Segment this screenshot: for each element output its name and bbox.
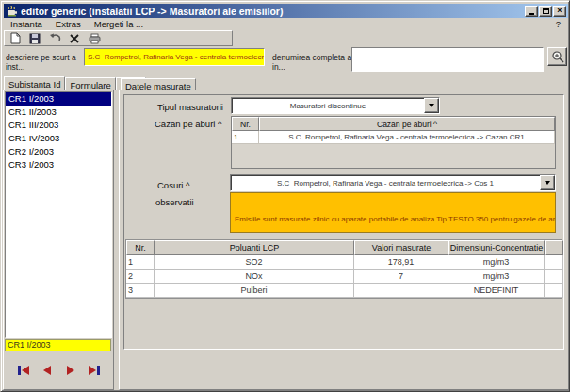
undo-icon (49, 33, 61, 43)
last-record-icon (88, 365, 101, 376)
chevron-down-icon (429, 104, 434, 107)
cell-poluant: NOx (155, 270, 354, 284)
first-record-icon (17, 365, 30, 376)
cell-nr: 2 (126, 270, 155, 284)
last-record-button[interactable] (86, 363, 103, 378)
table-row[interactable]: 2 NOx 7 mg/m3 (126, 270, 562, 284)
boiler-row-nr: 1 (232, 131, 259, 144)
observations-textarea[interactable]: Emisiile sunt masurate zilnic cu aparate… (230, 192, 556, 233)
next-record-button[interactable] (62, 363, 79, 378)
previous-record-icon (42, 365, 52, 376)
table-row[interactable]: 1 S.C Rompetrol, Rafinaria Vega - centra… (232, 131, 555, 144)
short-description-label: descriere pe scurt a inst... (6, 53, 85, 72)
list-item[interactable]: CR3 I/2003 (6, 158, 111, 172)
first-record-button[interactable] (15, 363, 32, 378)
cell-extra (545, 284, 563, 298)
boiler-label: Cazan pe aburi ^ (155, 119, 222, 129)
magnifier-icon (551, 50, 564, 63)
boiler-table: Nr. Cazan pe aburi ^ 1 S.C Rompetrol, Ra… (231, 116, 556, 169)
measurement-type-label: Tipul masuratorii (157, 102, 223, 112)
help-button[interactable]: ? (548, 19, 568, 29)
menu-bar: Instanta Extras Mergeti la ... ? (4, 18, 568, 30)
table-row[interactable]: 1 SO2 178,91 mg/m3 (126, 255, 562, 270)
current-record-field[interactable]: CR1 I/2003 (5, 339, 111, 351)
col-dimensiuni: Dimensiuni-Concentratie (448, 240, 545, 255)
stacks-select[interactable]: S.C Rompetrol, Rafinaria Vega - centrala… (230, 174, 556, 191)
menu-extras[interactable]: Extras (49, 19, 88, 29)
tab-subistanta-id[interactable]: Subistanta Id (4, 76, 65, 90)
observations-line1: Emisiile sunt masurate zilnic cu aparate… (235, 215, 555, 224)
undo-button[interactable] (47, 32, 62, 44)
print-button[interactable] (87, 32, 102, 44)
cell-extra (545, 255, 563, 270)
previous-record-button[interactable] (39, 363, 56, 378)
cell-valoare: 178,91 (354, 255, 448, 270)
cell-poluant: SO2 (155, 255, 354, 270)
pollutants-table: Nr. Poluanti LCP Valori masurate Dimensi… (125, 239, 562, 299)
measurement-type-value: Masuratori discontinue (232, 98, 424, 113)
table-row[interactable]: 3 Pulberi NEDEFINIT (126, 284, 562, 298)
zoom-lookup-button[interactable] (547, 47, 567, 66)
menu-mergeti-la[interactable]: Mergeti la ... (88, 19, 150, 29)
title-bar: editor generic (instalatii LCP -> Masura… (4, 4, 568, 18)
list-item[interactable]: CR1 I/2003 (6, 92, 111, 106)
col-extra (545, 240, 563, 255)
cell-poluant: Pulberi (155, 284, 354, 298)
save-icon (29, 33, 41, 44)
col-poluanti: Poluanti LCP (155, 240, 354, 255)
list-item[interactable]: CR1 III/2003 (6, 119, 111, 132)
delete-button[interactable] (67, 32, 82, 44)
minimize-button[interactable] (525, 6, 538, 17)
stacks-value: S.C Rompetrol, Rafinaria Vega - centrala… (231, 175, 540, 190)
measurement-type-select[interactable]: Masuratori discontinue (231, 97, 440, 114)
toolbar (4, 30, 233, 46)
save-button[interactable] (27, 32, 42, 44)
next-record-icon (66, 365, 75, 376)
cell-dimensiune: NEDEFINIT (448, 284, 545, 298)
observations-label: observatii (155, 197, 194, 207)
list-item[interactable]: CR1 IV/2003 (6, 132, 111, 145)
col-valori: Valori masurate (354, 240, 448, 255)
record-navigation (4, 358, 113, 383)
boiler-header-name: Cazan pe aburi ^ (259, 117, 555, 131)
form-panel: Tipul masuratorii Masuratori discontinue… (123, 94, 564, 350)
cell-valoare: 7 (354, 270, 448, 284)
cell-nr: 1 (126, 255, 155, 270)
new-document-icon (10, 32, 21, 44)
printer-icon (89, 33, 101, 44)
cell-dimensiune: mg/m3 (448, 255, 545, 270)
tab-formulare[interactable]: Formulare (65, 77, 115, 90)
dropdown-arrow-button[interactable] (540, 175, 555, 190)
new-document-button[interactable] (8, 32, 23, 44)
col-nr: Nr. (126, 240, 155, 255)
app-window: editor generic (instalatii LCP -> Masura… (0, 0, 570, 392)
close-button[interactable]: × (553, 6, 566, 17)
boiler-header-nr: Nr. (232, 117, 259, 131)
menu-instanta[interactable]: Instanta (4, 19, 49, 29)
full-name-line1: S.C Rompetrol S.A Bucuresti (355, 71, 543, 72)
list-item[interactable]: CR1 II/2003 (6, 106, 111, 119)
pollutants-table-header: Nr. Poluanti LCP Valori masurate Dimensi… (126, 240, 562, 255)
maximize-button[interactable] (539, 6, 552, 17)
full-name-field[interactable]: S.C Rompetrol S.A Bucuresti Rafinaria Ve… (351, 47, 544, 72)
substance-list[interactable]: CR1 I/2003 CR1 II/2003 CR1 III/2003 CR1 … (5, 91, 112, 338)
cell-dimensiune: mg/m3 (448, 270, 545, 284)
window-title: editor generic (instalatii LCP -> Masura… (21, 6, 521, 17)
app-icon (6, 5, 18, 17)
stacks-label: Cosuri ^ (157, 180, 190, 190)
cell-extra (545, 270, 563, 284)
cell-valoare (354, 284, 448, 298)
list-item[interactable]: CR2 I/2003 (6, 145, 111, 158)
cell-nr: 3 (126, 284, 155, 298)
boiler-row-name: S.C Rompetrol, Rafinaria Vega - centrala… (259, 131, 555, 144)
short-description-field[interactable]: S.C Rompetrol, Rafinaria Vega - centrala… (84, 48, 265, 66)
sidebar-panel: CR1 I/2003 CR1 II/2003 CR1 III/2003 CR1 … (3, 90, 114, 390)
main-panel: Tipul masuratorii Masuratori discontinue… (119, 90, 569, 390)
delete-x-icon (70, 34, 79, 43)
chevron-down-icon (545, 181, 550, 185)
full-name-label: denumirea completa a in... (272, 53, 353, 72)
boiler-table-header: Nr. Cazan pe aburi ^ (232, 117, 555, 131)
dropdown-arrow-button[interactable] (424, 98, 439, 113)
